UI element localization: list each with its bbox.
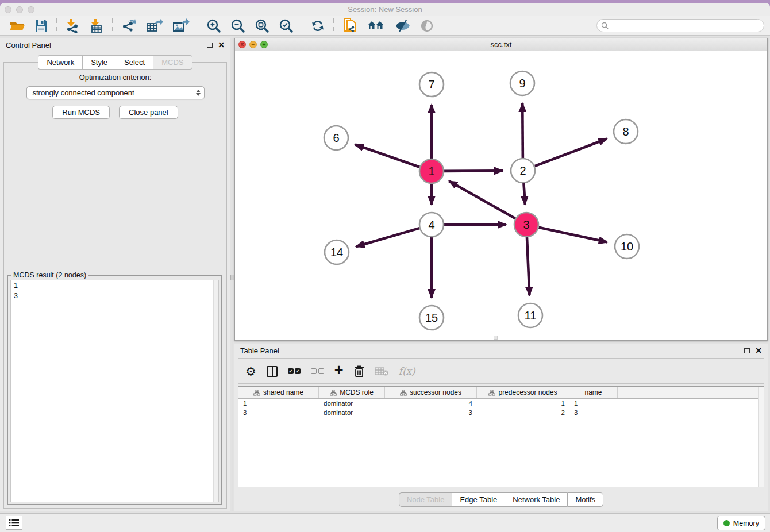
- graph-node-1[interactable]: 1: [419, 159, 444, 183]
- table-cell[interactable]: 3: [569, 409, 618, 416]
- tab-edge-table[interactable]: Edge Table: [452, 492, 505, 507]
- table-body: 1dominator4113dominator323: [238, 399, 764, 417]
- divider-grip[interactable]: [230, 275, 234, 280]
- import-table-button[interactable]: [84, 17, 109, 34]
- graph-node-9[interactable]: 9: [510, 71, 534, 95]
- table-panel: Table Panel ✕ ⚙ ✓ ✓ +: [234, 344, 768, 511]
- tab-style[interactable]: Style: [82, 55, 116, 70]
- graph-node-6[interactable]: 6: [324, 126, 348, 150]
- table-scrollbar[interactable]: [758, 387, 764, 487]
- search-field[interactable]: [596, 19, 764, 32]
- import-network-button[interactable]: [60, 17, 84, 34]
- float-table-panel-icon[interactable]: [744, 348, 750, 353]
- show-columns-button[interactable]: [267, 366, 278, 377]
- table-cell[interactable]: 4: [385, 400, 477, 407]
- apply-layout-button[interactable]: [306, 17, 330, 34]
- tab-node-table[interactable]: Node Table: [399, 492, 452, 507]
- graph-edge-3-11[interactable]: [527, 237, 529, 295]
- graph-node-11[interactable]: 11: [518, 303, 542, 327]
- search-input[interactable]: [611, 22, 764, 30]
- memory-button[interactable]: Memory: [717, 516, 765, 530]
- import-network-icon: [65, 18, 80, 33]
- zoom-fit-button[interactable]: [250, 17, 274, 34]
- select-all-button[interactable]: ✓ ✓: [288, 368, 301, 374]
- duplicate-network-button[interactable]: [337, 17, 363, 34]
- network-canvas[interactable]: 7968124314101511: [235, 51, 767, 340]
- column-header-name[interactable]: name: [569, 387, 618, 398]
- graph-edge-4-14[interactable]: [356, 228, 419, 246]
- graph-edge-1-2[interactable]: [444, 171, 503, 171]
- task-history-button[interactable]: [6, 516, 22, 530]
- canvas-resize-grip[interactable]: [494, 336, 498, 340]
- float-panel-icon[interactable]: [207, 43, 213, 48]
- graph-edge-2-3[interactable]: [523, 183, 525, 205]
- export-table-button[interactable]: [141, 17, 168, 34]
- deselect-all-button[interactable]: [311, 368, 324, 374]
- delete-row-button[interactable]: [354, 365, 364, 377]
- tab-network-table[interactable]: Network Table: [505, 492, 567, 507]
- show-all-networks-button[interactable]: [363, 17, 390, 34]
- tab-motifs[interactable]: Motifs: [567, 492, 603, 507]
- graph-edge-3-10[interactable]: [538, 228, 607, 242]
- graph-node-14[interactable]: 14: [325, 240, 349, 264]
- panel-split-divider[interactable]: [232, 38, 233, 511]
- graph-node-8[interactable]: 8: [614, 119, 638, 144]
- table-cell[interactable]: 1: [569, 400, 618, 407]
- result-scrollbar[interactable]: [213, 280, 218, 502]
- column-header-successor-nodes[interactable]: successor nodes: [385, 387, 477, 398]
- graph-node-label: 4: [428, 218, 434, 231]
- delete-table-button[interactable]: [375, 367, 388, 376]
- column-header-predecessor-nodes[interactable]: predecessor nodes: [477, 387, 569, 398]
- network-graph[interactable]: 7968124314101511: [235, 51, 767, 340]
- toolbar-separator: [198, 18, 198, 33]
- graph-node-4[interactable]: 4: [419, 213, 444, 237]
- run-mcds-button[interactable]: Run MCDS: [52, 106, 110, 119]
- table-cell[interactable]: dominator: [319, 409, 385, 416]
- table-cell[interactable]: 3: [385, 409, 477, 416]
- function-builder-button[interactable]: f(x): [399, 365, 415, 377]
- fx-icon: f(x): [399, 365, 415, 377]
- memory-status-icon: [723, 520, 730, 526]
- add-column-button[interactable]: +: [334, 364, 344, 378]
- tab-network[interactable]: Network: [38, 55, 82, 70]
- tab-mcds[interactable]: MCDS: [153, 55, 192, 70]
- zoom-in-button[interactable]: [202, 17, 226, 34]
- zoom-selected-button[interactable]: [274, 17, 298, 34]
- control-panel-header: Control Panel ✕: [0, 38, 230, 52]
- sort-column-icon: [330, 390, 337, 396]
- graph-node-10[interactable]: 10: [615, 234, 639, 259]
- table-cell[interactable]: 3: [238, 409, 319, 416]
- close-table-panel-icon[interactable]: ✕: [755, 346, 762, 354]
- table-settings-button[interactable]: ⚙: [245, 365, 256, 377]
- export-network-button[interactable]: [116, 17, 141, 34]
- close-panel-button[interactable]: Close panel: [119, 106, 178, 119]
- graph-edge-2-8[interactable]: [535, 138, 607, 166]
- network-title: scc.txt: [235, 40, 767, 49]
- dropdown-stepper-icon: [196, 90, 201, 96]
- graph-node-7[interactable]: 7: [419, 72, 444, 97]
- mcds-result-list[interactable]: 13: [10, 280, 219, 502]
- criterion-dropdown[interactable]: strongly connected component: [26, 86, 205, 99]
- column-header-MCDS-role[interactable]: MCDS role: [319, 387, 385, 398]
- table-cell[interactable]: 1: [238, 400, 319, 407]
- open-session-button[interactable]: [5, 17, 30, 34]
- column-header-shared-name[interactable]: shared name: [238, 387, 319, 398]
- zoom-out-button[interactable]: [226, 17, 250, 34]
- table-row[interactable]: 1dominator411: [238, 399, 764, 408]
- table-row[interactable]: 3dominator323: [238, 408, 764, 417]
- table-cell[interactable]: dominator: [319, 400, 385, 407]
- graph-edge-3-1[interactable]: [449, 181, 515, 218]
- close-panel-icon[interactable]: ✕: [218, 41, 225, 49]
- graph-node-3[interactable]: 3: [514, 213, 538, 237]
- graph-edge-2-9[interactable]: [522, 103, 523, 158]
- tab-select[interactable]: Select: [116, 55, 153, 70]
- hide-panel-button[interactable]: [390, 17, 415, 34]
- table-cell[interactable]: 1: [477, 400, 569, 407]
- inactive-eye-button[interactable]: [415, 17, 438, 34]
- save-session-button[interactable]: [30, 17, 53, 34]
- graph-node-2[interactable]: 2: [511, 159, 535, 183]
- table-cell[interactable]: 2: [477, 409, 569, 416]
- graph-edge-1-6[interactable]: [355, 145, 419, 167]
- export-image-button[interactable]: [168, 17, 194, 34]
- graph-node-15[interactable]: 15: [419, 306, 444, 330]
